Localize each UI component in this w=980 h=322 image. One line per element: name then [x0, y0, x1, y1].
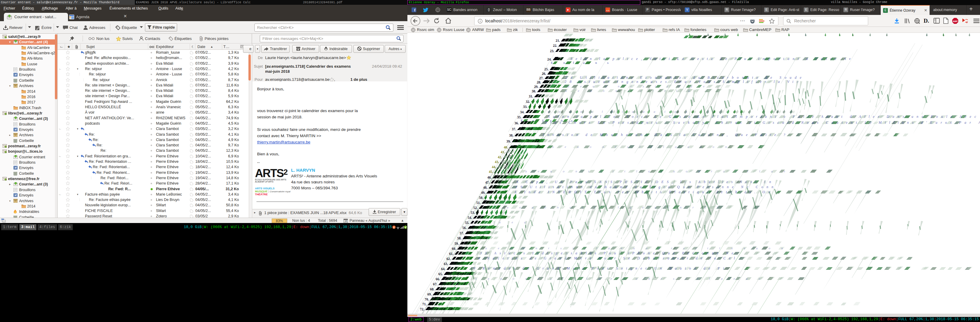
svg-text:70.: 70. [425, 298, 429, 301]
svg-text:47.: 47. [485, 181, 490, 184]
svg-text:62.: 62. [447, 257, 451, 260]
svg-text:28.: 28. [537, 81, 541, 84]
svg-text:51.: 51. [476, 201, 481, 205]
svg-text:52.: 52. [473, 206, 478, 209]
svg-text:67.: 67. [433, 282, 438, 286]
svg-text:55.: 55. [465, 221, 469, 225]
svg-text:46.: 46. [487, 176, 492, 179]
svg-text:22.: 22. [553, 44, 557, 48]
svg-text:27.: 27. [539, 76, 544, 80]
svg-text:a e u o n r s i t l a e u o n: a e u o n r s i t l a e u o n r s i t l … [525, 169, 790, 173]
svg-text:61.: 61. [449, 252, 453, 255]
svg-text:40.: 40. [504, 146, 508, 149]
svg-text:42.: 42. [498, 155, 502, 159]
svg-text:37.: 37. [512, 127, 516, 131]
svg-text:69.: 69. [427, 292, 432, 296]
svg-text:a: a [583, 61, 585, 64]
svg-text:23.: 23. [550, 49, 554, 53]
svg-text:a e u: a e u [499, 220, 531, 224]
svg-text:a e u o n r s i t l a e u o n: a e u o n r s i t l a e u o n r s i t l … [485, 246, 788, 250]
svg-text:28 Astuces Ingenieuses Pour Vo: 28 Astuces Ingenieuses Pour Vous Simplif… [565, 79, 802, 84]
svg-text:43.: 43. [495, 160, 499, 164]
svg-text:n: n [595, 61, 597, 64]
svg-text:D.: D. [924, 17, 929, 24]
svg-text:63.: 63. [444, 262, 448, 266]
svg-text:33.: 33. [523, 105, 528, 108]
svg-text:30.: 30. [532, 89, 536, 93]
svg-text:a e u o n r s i t l a e u o n: a e u o n r s i t l a e u o n [552, 145, 732, 149]
svg-text:53.: 53. [471, 211, 475, 214]
svg-text:(): () [966, 21, 968, 23]
svg-text:9 Remedes de Grand-Mere Pour S: 9 Remedes de Grand-Mere Pour Soigner Un … [473, 266, 727, 270]
svg-text:60.: 60. [452, 247, 456, 251]
svg-text:26.: 26. [542, 72, 546, 75]
svg-text:Invasion de Moucherons Dans la: Invasion de Moucherons Dans la Cuisine, … [542, 133, 789, 137]
svg-text:56.: 56. [462, 226, 467, 230]
svg-text:19 Utilisations du Baume du Ti: 19 Utilisations du Baume du Tigre Que Pe… [515, 185, 776, 189]
svg-text:f: f [573, 61, 574, 64]
svg-text:34.: 34. [520, 110, 525, 114]
svg-text:48.: 48. [483, 186, 488, 189]
svg-text:ABP: ABP [953, 20, 958, 23]
svg-text:54.: 54. [468, 216, 472, 219]
svg-text:a e u o n r s i t l a e u o n: a e u o n r s i t l a e u o n r s i t l … [475, 277, 765, 280]
svg-text:n: n [563, 61, 565, 64]
svg-text:59.: 59. [455, 242, 459, 245]
svg-text:o o d e o l i i a a a i a a: o o d e o l i i a a a i a a [548, 110, 691, 113]
svg-text:65.: 65. [438, 272, 443, 276]
svg-text:64.: 64. [441, 267, 445, 271]
svg-text:68.: 68. [430, 287, 434, 291]
svg-text:71.: 71. [422, 302, 427, 306]
svg-text:Tres Chers Ex-Presidents : Sar: Tres Chers Ex-Presidents : Sarkozy, Chir… [545, 121, 980, 125]
svg-text:Selon la police, Voici Le Gest: Selon la police, Voici Le Geste Le Plus … [571, 57, 854, 61]
svg-text:29.: 29. [534, 85, 539, 89]
svg-text:24 Utilisations Etonnantes du: 24 Utilisations Etonnantes du Bicarbonat… [565, 75, 805, 79]
svg-text:44.: 44. [492, 165, 496, 169]
svg-text:72.: 72. [420, 308, 425, 311]
svg-text:41.: 41. [501, 150, 505, 154]
svg-text:36.: 36. [514, 121, 519, 125]
svg-text:32.: 32. [526, 100, 530, 103]
svg-text:21.: 21. [555, 39, 560, 42]
svg-text:s: s [607, 61, 608, 64]
svg-text:15: 15 [344, 220, 347, 222]
svg-text:66.: 66. [436, 277, 440, 281]
svg-text:31.: 31. [529, 95, 533, 98]
svg-text:Selon la police, Voici Le Gest: Selon la police, Voici Le Geste Le Plus … [548, 114, 980, 119]
svg-text:25.: 25. [544, 67, 549, 71]
svg-text:45.: 45. [489, 170, 493, 173]
svg-text:57.: 57. [460, 232, 464, 235]
svg-text:58.: 58. [457, 236, 462, 240]
svg-text:L'Inde INTERDIT Tous les Objet: L'Inde INTERDIT Tous les Objets Plastiqu… [514, 190, 773, 194]
svg-text:38.: 38. [509, 133, 514, 137]
svg-text:E: E [551, 61, 553, 64]
svg-text:2: 2 [393, 226, 395, 229]
svg-text:50.: 50. [479, 196, 484, 200]
svg-text:49.: 49. [481, 191, 485, 194]
svg-text:f: f [414, 8, 416, 12]
svg-text:a e u o n r s i t l a e: a e u o n r s i t l a e [568, 84, 710, 88]
svg-text:39.: 39. [506, 140, 511, 143]
